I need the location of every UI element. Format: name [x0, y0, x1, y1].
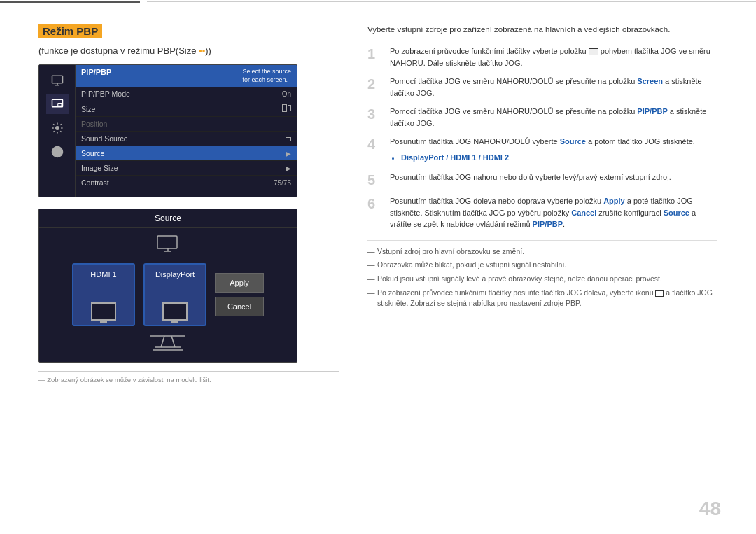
source-header: Source	[39, 209, 297, 228]
step-1: 1 Po zobrazení průvodce funkčními tlačít…	[368, 45, 718, 69]
hdmi1-stand	[100, 320, 107, 323]
svg-line-13	[161, 336, 164, 347]
note-3: Pokud jsou vstupní signály levé a pravé …	[368, 274, 718, 284]
menu-item-source: Source ▶	[76, 146, 297, 161]
menu-icon-pip	[46, 94, 69, 114]
hdmi1-icon	[91, 302, 116, 321]
menu-main-wrapper: PIP/PBP Select the sourcefor each screen…	[76, 65, 297, 197]
step-6: 6 Posunutím tlačítka JOG doleva nebo dop…	[368, 195, 718, 230]
step-2: 2 Pomocí tlačítka JOG ve směru NAHORU/DO…	[368, 76, 718, 99]
menu-item-position: Position	[76, 117, 297, 132]
menu-item-contrast: Contrast 75/75	[76, 176, 297, 190]
menu-header: PIP/PBP Select the sourcefor each screen…	[76, 65, 297, 87]
section-title: Režim PBP	[38, 24, 102, 38]
footnote: — Zobrazený obrázek se může v závislosti…	[38, 371, 340, 384]
source-panel-displayport: DisplayPort	[144, 263, 206, 326]
svg-line-14	[172, 336, 175, 347]
svg-point-5	[55, 127, 59, 130]
step-3: 3 Pomocí tlačítka JOG ve směru NAHORU/DO…	[368, 106, 718, 129]
menu-item-image-size: Image Size ▶	[76, 161, 297, 176]
step-4: 4 Posunutím tlačítka JOG NAHORU/DOLŮ vyb…	[368, 136, 718, 164]
source-action-buttons: Apply Cancel	[215, 273, 264, 316]
left-column: Režim PBP (funkce je dostupná v režimu P…	[38, 24, 340, 513]
menu-main: PIP/PBP Select the sourcefor each screen…	[76, 65, 297, 190]
svg-rect-9	[158, 236, 177, 248]
subtitle-size-icon: ▪▪	[199, 45, 205, 56]
source-panels-row: HDMI 1 DisplayPort	[72, 263, 264, 326]
note-2: Obrazovka může blikat, pokud je vstupní …	[368, 260, 718, 270]
right-column: Vyberte vstupní zdroje pro zařízení zobr…	[368, 24, 718, 513]
menu-icon-info	[46, 142, 69, 162]
menu-item-pip-mode: PIP/PBP Mode On	[76, 87, 297, 101]
header-line-right	[147, 1, 756, 2]
subtitle: (funkce je dostupná v režimu PBP(Size ▪▪…	[38, 45, 340, 56]
steps-list: 1 Po zobrazení průvodce funkčními tlačít…	[368, 45, 718, 230]
step-4-bullets: DisplayPort / HDMI 1 / HDMI 2	[390, 152, 695, 164]
svg-rect-0	[52, 76, 62, 83]
note-4: Po zobrazení průvodce funkčními tlačítky…	[368, 288, 718, 308]
notes-list: Vstupní zdroj pro hlavní obrazovku se zm…	[368, 240, 718, 308]
menu-item-sound-source: Sound Source	[76, 132, 297, 146]
cancel-button[interactable]: Cancel	[215, 297, 264, 316]
apply-button[interactable]: Apply	[215, 273, 264, 293]
dp-stand	[172, 320, 178, 323]
monitor-top-icon	[157, 235, 179, 256]
svg-rect-4	[57, 104, 61, 106]
dp-icon	[162, 302, 188, 321]
page-container: Režim PBP (funkce je dostupná v režimu P…	[0, 0, 756, 534]
source-monitor-area: HDMI 1 DisplayPort	[46, 235, 290, 357]
bullet-displayport: DisplayPort / HDMI 1 / HDMI 2	[401, 152, 695, 164]
note-1: Vstupní zdroj pro hlavní obrazovku se zm…	[368, 246, 718, 257]
bottom-stand-icon	[147, 335, 189, 357]
menu-icon-settings	[46, 118, 69, 138]
source-content: HDMI 1 DisplayPort	[39, 228, 297, 363]
subtitle-text: (funkce je dostupná v režimu PBP(Size	[38, 45, 199, 56]
page-number: 48	[699, 498, 721, 520]
menu-screenshot-box: PIP/PBP Select the sourcefor each screen…	[38, 64, 298, 197]
source-screenshot-box: Source	[38, 209, 298, 363]
intro-text: Vyberte vstupní zdroje pro zařízení zobr…	[368, 24, 718, 36]
content-area: Režim PBP (funkce je dostupná v režimu P…	[0, 3, 756, 534]
menu-item-size: Size	[76, 101, 297, 117]
step-5: 5 Posunutím tlačítka JOG nahoru nebo dol…	[368, 171, 718, 188]
menu-icon-display	[46, 71, 69, 90]
menu-hint: Select the sourcefor each screen.	[242, 68, 291, 84]
menu-sidebar	[39, 65, 76, 197]
source-panel-hdmi1: HDMI 1	[72, 263, 135, 326]
